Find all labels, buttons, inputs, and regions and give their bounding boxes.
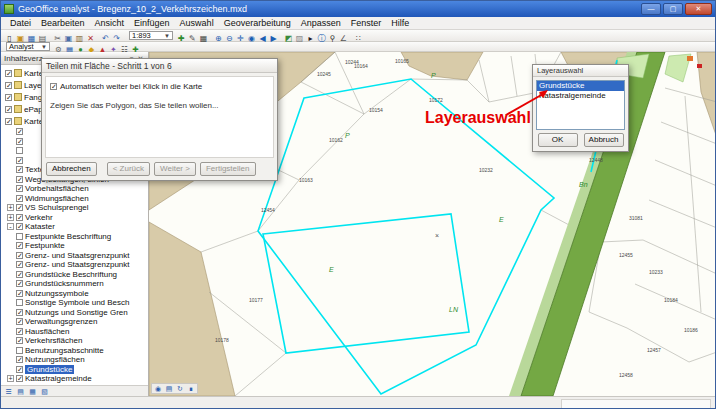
back-button[interactable]: < Zurück <box>107 162 150 176</box>
layer-checkbox[interactable]: ✓ <box>16 261 23 268</box>
tree-item[interactable]: ✓Widmungsflächen <box>1 194 148 204</box>
layer-checkbox[interactable]: ✓ <box>16 375 23 382</box>
xy-icon[interactable]: ∷ <box>353 34 364 44</box>
layer-checkbox[interactable]: ✓ <box>5 82 12 89</box>
full-extent-icon[interactable]: ◉ <box>246 34 257 44</box>
layer-option[interactable]: Katastralgemeinde <box>537 91 624 101</box>
list-by-source-icon[interactable]: ▤ <box>16 387 25 396</box>
list-by-drawing-order-icon[interactable]: ☰ <box>4 387 13 396</box>
layer-dialog-title[interactable]: Layerauswahl <box>533 65 628 77</box>
pause-drawing-icon[interactable]: ∎ <box>186 384 196 393</box>
attribute-table-icon[interactable]: ▦ <box>198 34 209 44</box>
tree-item[interactable]: +✓Verkehr <box>1 213 148 223</box>
next-button[interactable]: Weiter > <box>154 162 196 176</box>
tree-item[interactable]: ✓Nutzungsflächen <box>1 355 148 365</box>
layer-checkbox[interactable]: ✓ <box>16 157 23 164</box>
layer-checkbox[interactable]: ✓ <box>16 195 23 202</box>
tree-item[interactable]: +✓Katastralgemeinde <box>1 374 148 384</box>
tree-item[interactable]: ✓Nutzungssymbole <box>1 289 148 299</box>
layer-checkbox[interactable]: ✓ <box>5 70 12 77</box>
layer-checkbox[interactable]: ✓ <box>16 328 23 335</box>
tree-item[interactable]: Festpunkte Beschriftung <box>1 232 148 242</box>
expand-icon[interactable]: + <box>7 375 14 382</box>
minimize-button[interactable]: — <box>641 3 661 15</box>
tree-item[interactable]: ✓Festpunkte <box>1 241 148 251</box>
zoom-in-icon[interactable]: ⊕ <box>213 34 224 44</box>
list-by-visibility-icon[interactable]: ▦ <box>28 387 37 396</box>
layer-checkbox[interactable]: ✓ <box>16 290 23 297</box>
tree-item[interactable]: ✓Vorbehaltsflächen <box>1 184 148 194</box>
tree-item[interactable]: ✓Grundstücksnummern <box>1 279 148 289</box>
zoom-out-icon[interactable]: ⊖ <box>224 34 235 44</box>
auto-continue-checkbox[interactable]: ✓ <box>50 83 57 90</box>
layer-checkbox[interactable] <box>16 147 23 154</box>
layer-checkbox[interactable]: ✓ <box>16 185 23 192</box>
layer-checkbox[interactable]: ✓ <box>16 128 23 135</box>
layer-checkbox[interactable]: ✓ <box>5 118 12 125</box>
maximize-button[interactable]: ▢ <box>663 3 683 15</box>
identify-icon[interactable]: ⓘ <box>316 34 327 44</box>
editor-icon[interactable]: ✎ <box>187 34 198 44</box>
layer-option[interactable]: Grundstücke <box>537 81 624 91</box>
abort-button[interactable]: Abbruch <box>584 133 624 147</box>
layer-checkbox[interactable]: ✓ <box>16 366 23 373</box>
layer-checkbox[interactable]: ✓ <box>16 166 23 173</box>
tree-item[interactable]: -✓Kataster <box>1 222 148 232</box>
pan-icon[interactable]: ✛ <box>235 34 246 44</box>
layer-checkbox[interactable] <box>16 233 23 240</box>
measure-icon[interactable]: ∠ <box>338 34 349 44</box>
analyst-dropdown[interactable]: Analyst ▼ <box>6 42 50 51</box>
close-button[interactable]: ✕ <box>685 3 712 15</box>
layer-checkbox[interactable] <box>16 299 23 306</box>
layer-checkbox[interactable]: ✓ <box>16 242 23 249</box>
refresh-icon[interactable]: ↻ <box>175 384 185 393</box>
collapse-icon[interactable]: - <box>7 223 14 230</box>
layer-listbox[interactable]: GrundstückeKatastralgemeinde <box>536 80 625 130</box>
layer-checkbox[interactable]: ✓ <box>16 176 23 183</box>
menu-item-einfügen[interactable]: Einfügen <box>129 18 175 28</box>
layer-checkbox[interactable]: ✓ <box>16 223 23 230</box>
expand-icon[interactable]: + <box>7 204 14 211</box>
data-view-icon[interactable]: ◉ <box>153 384 163 393</box>
expand-icon[interactable]: + <box>7 214 14 221</box>
tree-item[interactable]: ✓Hausflächen <box>1 327 148 337</box>
tree-item[interactable]: ✓Grundstücke Beschriftung <box>1 270 148 280</box>
select-features-icon[interactable]: ◩ <box>283 34 294 44</box>
tree-item[interactable]: +✓VS Schulsprengel <box>1 203 148 213</box>
tree-item[interactable]: ✓Grenz- und Staatsgrenzpunkt <box>1 260 148 270</box>
layer-checkbox[interactable]: ✓ <box>16 356 23 363</box>
tree-item[interactable]: ✓Grundstücke <box>1 365 148 375</box>
layer-checkbox[interactable]: ✓ <box>16 214 23 221</box>
back-extent-icon[interactable]: ◀ <box>257 34 268 44</box>
tree-item[interactable]: ✓Verkehrsflächen <box>1 336 148 346</box>
layer-checkbox[interactable]: ✓ <box>16 280 23 287</box>
layer-checkbox[interactable]: ✓ <box>16 204 23 211</box>
menu-item-hilfe[interactable]: Hilfe <box>386 18 414 28</box>
layer-checkbox[interactable]: ✓ <box>16 252 23 259</box>
tree-item[interactable]: ✓Nutzungs und Sonstige Gren <box>1 308 148 318</box>
ok-button[interactable]: OK <box>538 133 578 147</box>
layer-checkbox[interactable]: ✓ <box>16 138 23 145</box>
find-icon[interactable]: ⚲ <box>327 34 338 44</box>
layer-checkbox[interactable]: ✓ <box>16 271 23 278</box>
forward-extent-icon[interactable]: ▶ <box>268 34 279 44</box>
tree-item[interactable]: Benutzungsabschnitte <box>1 346 148 356</box>
layer-checkbox[interactable]: ✓ <box>16 337 23 344</box>
tree-item[interactable]: Sonstige Symbole und Besch <box>1 298 148 308</box>
add-data-icon[interactable]: ✚ <box>176 34 187 44</box>
layer-checkbox[interactable]: ✓ <box>5 94 12 101</box>
list-by-selection-icon[interactable]: ▧ <box>40 387 49 396</box>
layer-checkbox[interactable] <box>16 347 23 354</box>
select-elements-icon[interactable]: ▸ <box>305 34 316 44</box>
layout-view-icon[interactable]: ▤ <box>164 384 174 393</box>
layer-icon <box>14 105 22 113</box>
layer-checkbox[interactable]: ✓ <box>5 106 12 113</box>
layer-checkbox[interactable]: ✓ <box>16 318 23 325</box>
finish-button[interactable]: Fertigstellen <box>200 162 256 176</box>
cancel-button[interactable]: Abbrechen <box>46 162 97 176</box>
wizard-title[interactable]: Teilen mit Fläche - Schritt 1 von 6 <box>42 59 277 73</box>
tree-item[interactable]: ✓Verwaltungsgrenzen <box>1 317 148 327</box>
layer-checkbox[interactable]: ✓ <box>16 309 23 316</box>
clear-selection-icon[interactable]: ▨ <box>294 34 305 44</box>
tree-item[interactable]: ✓Grenz- und Staatsgrenzpunkt <box>1 251 148 261</box>
